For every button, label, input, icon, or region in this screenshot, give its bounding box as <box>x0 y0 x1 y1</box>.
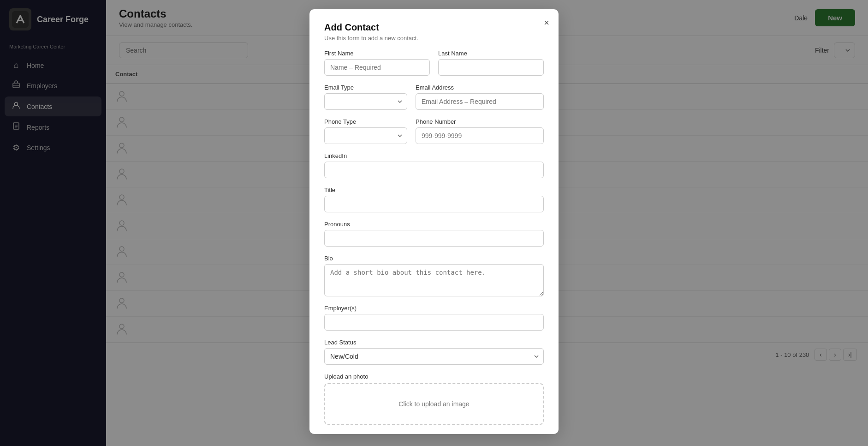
title-group: Title <box>324 187 544 212</box>
title-row: Title <box>324 187 544 212</box>
add-contact-modal: × Add Contact Use this form to add a new… <box>309 9 559 434</box>
modal-overlay: × Add Contact Use this form to add a new… <box>0 0 868 446</box>
linkedin-label: LinkedIn <box>324 152 544 159</box>
lead-status-row: Lead Status New/Cold Warm Hot Active Ina… <box>324 339 544 365</box>
employers-group: Employer(s) <box>324 305 544 331</box>
bio-label: Bio <box>324 255 544 262</box>
upload-cta-text: Click to upload an image <box>398 400 469 408</box>
lead-status-group: Lead Status New/Cold Warm Hot Active Ina… <box>324 339 544 365</box>
email-type-group: Email Type Work Personal Other <box>324 84 407 110</box>
modal-title: Add Contact <box>324 22 544 33</box>
phone-number-label: Phone Number <box>416 118 544 125</box>
email-type-label: Email Type <box>324 84 407 91</box>
email-type-select[interactable]: Work Personal Other <box>324 93 407 110</box>
linkedin-input[interactable] <box>324 162 544 178</box>
phone-type-group: Phone Type Mobile Work Home Other <box>324 118 407 144</box>
bio-row: Bio <box>324 255 544 296</box>
modal-subtitle: Use this form to add a new contact. <box>324 35 544 42</box>
phone-type-label: Phone Type <box>324 118 407 125</box>
bio-group: Bio <box>324 255 544 296</box>
email-address-label: Email Address <box>416 84 544 91</box>
lead-status-select[interactable]: New/Cold Warm Hot Active Inactive <box>324 348 544 365</box>
pronouns-row: Pronouns <box>324 221 544 247</box>
upload-label: Upload an photo <box>324 373 544 380</box>
phone-number-group: Phone Number <box>416 118 544 144</box>
name-row: First Name Last Name <box>324 50 544 76</box>
pronouns-input[interactable] <box>324 230 544 247</box>
bio-textarea[interactable] <box>324 264 544 296</box>
title-label: Title <box>324 187 544 193</box>
pronouns-group: Pronouns <box>324 221 544 247</box>
modal-close-button[interactable]: × <box>544 18 549 28</box>
last-name-group: Last Name <box>438 50 544 76</box>
employers-input[interactable] <box>324 314 544 331</box>
email-row: Email Type Work Personal Other Email Add… <box>324 84 544 110</box>
linkedin-row: LinkedIn <box>324 152 544 178</box>
lead-status-label: Lead Status <box>324 339 544 346</box>
first-name-label: First Name <box>324 50 430 57</box>
last-name-input[interactable] <box>438 59 544 76</box>
employers-label: Employer(s) <box>324 305 544 312</box>
phone-number-input[interactable] <box>416 127 544 144</box>
first-name-input[interactable] <box>324 59 430 76</box>
upload-row: Upload an photo Click to upload an image <box>324 373 544 425</box>
upload-area[interactable]: Click to upload an image <box>324 383 544 425</box>
first-name-group: First Name <box>324 50 430 76</box>
linkedin-group: LinkedIn <box>324 152 544 178</box>
last-name-label: Last Name <box>438 50 544 57</box>
pronouns-label: Pronouns <box>324 221 544 228</box>
phone-row: Phone Type Mobile Work Home Other Phone … <box>324 118 544 144</box>
phone-type-select[interactable]: Mobile Work Home Other <box>324 127 407 144</box>
title-input[interactable] <box>324 196 544 212</box>
employers-row: Employer(s) <box>324 305 544 331</box>
email-address-group: Email Address <box>416 84 544 110</box>
email-address-input[interactable] <box>416 93 544 110</box>
upload-group: Upload an photo Click to upload an image <box>324 373 544 425</box>
